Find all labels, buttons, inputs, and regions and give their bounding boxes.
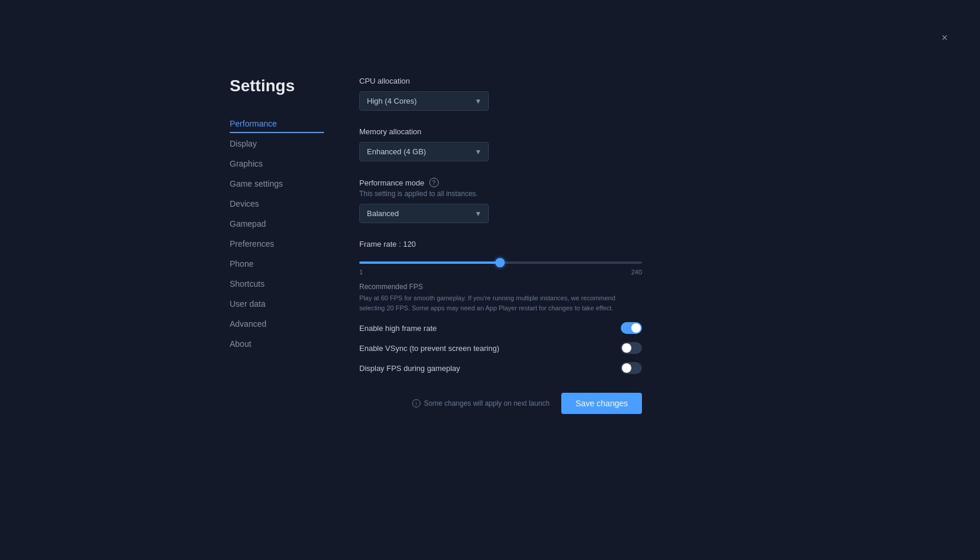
sidebar-item-devices[interactable]: Devices <box>230 194 324 213</box>
recommended-fps-desc: Play at 60 FPS for smooth gameplay. If y… <box>359 293 642 313</box>
frame-rate-label: Frame rate : 120 <box>359 240 642 248</box>
high-frame-rate-toggle[interactable] <box>621 322 642 334</box>
sidebar-item-preferences[interactable]: Preferences <box>230 234 324 253</box>
fps-display-toggle-knob <box>622 363 631 373</box>
performance-mode-select[interactable]: Power Saving Balanced High Performance <box>359 204 489 223</box>
sidebar-item-performance[interactable]: Performance <box>230 114 324 133</box>
vsync-row: Enable VSync (to prevent screen tearing) <box>359 342 642 354</box>
memory-allocation-select-wrapper: Low (1 GB) Medium (2 GB) Enhanced (4 GB)… <box>359 142 489 161</box>
sidebar-item-shortcuts[interactable]: Shortcuts <box>230 274 324 293</box>
vsync-label: Enable VSync (to prevent screen tearing) <box>359 344 499 353</box>
footer-notice-text: Some changes will apply on next launch <box>424 399 549 407</box>
performance-mode-help-icon[interactable]: ? <box>429 178 439 187</box>
sidebar-item-advanced[interactable]: Advanced <box>230 314 324 333</box>
high-frame-rate-row: Enable high frame rate <box>359 322 642 334</box>
frame-rate-section: Frame rate : 120 1 240 Recommended FPS P… <box>359 240 642 374</box>
fps-display-label: Display FPS during gameplay <box>359 364 460 373</box>
slider-range: 1 240 <box>359 269 642 276</box>
frame-rate-slider[interactable] <box>359 261 642 264</box>
memory-allocation-label: Memory allocation <box>359 127 642 136</box>
high-frame-rate-label: Enable high frame rate <box>359 324 437 333</box>
sidebar-item-game-settings[interactable]: Game settings <box>230 174 324 193</box>
performance-mode-subtitle: This setting is applied to all instances… <box>359 190 642 198</box>
main-content: CPU allocation Low (1 Core) Medium (2 Co… <box>359 77 642 414</box>
performance-mode-label-row: Performance mode ? <box>359 178 642 187</box>
cpu-allocation-select-wrapper: Low (1 Core) Medium (2 Cores) High (4 Co… <box>359 91 489 111</box>
vsync-toggle-knob <box>622 343 631 353</box>
settings-container: Settings Performance Display Graphics Ga… <box>230 77 642 414</box>
cpu-allocation-section: CPU allocation Low (1 Core) Medium (2 Co… <box>359 77 642 111</box>
close-button[interactable]: × <box>938 31 952 45</box>
slider-min: 1 <box>359 269 363 276</box>
sidebar-item-user-data[interactable]: User data <box>230 294 324 313</box>
footer: i Some changes will apply on next launch… <box>359 393 642 414</box>
recommended-fps-title: Recommended FPS <box>359 283 642 291</box>
cpu-allocation-select[interactable]: Low (1 Core) Medium (2 Cores) High (4 Co… <box>359 91 489 111</box>
recommended-fps: Recommended FPS Play at 60 FPS for smoot… <box>359 283 642 313</box>
fps-display-toggle[interactable] <box>621 362 642 374</box>
footer-info-icon: i <box>412 399 421 407</box>
settings-panel: Settings Performance Display Graphics Ga… <box>230 77 324 414</box>
high-frame-rate-toggle-knob <box>631 323 641 333</box>
footer-notice: i Some changes will apply on next launch <box>412 399 549 407</box>
performance-mode-section: Performance mode ? This setting is appli… <box>359 178 642 223</box>
sidebar-item-phone[interactable]: Phone <box>230 254 324 273</box>
page-title: Settings <box>230 77 324 95</box>
fps-display-row: Display FPS during gameplay <box>359 362 642 374</box>
memory-allocation-section: Memory allocation Low (1 GB) Medium (2 G… <box>359 127 642 161</box>
performance-mode-label-text: Performance mode <box>359 178 425 187</box>
sidebar-item-about[interactable]: About <box>230 334 324 353</box>
save-changes-button[interactable]: Save changes <box>561 393 642 414</box>
frame-rate-slider-container <box>359 256 642 266</box>
sidebar-item-graphics[interactable]: Graphics <box>230 154 324 173</box>
performance-mode-select-wrapper: Power Saving Balanced High Performance ▼ <box>359 204 489 223</box>
vsync-toggle[interactable] <box>621 342 642 354</box>
sidebar: Performance Display Graphics Game settin… <box>230 114 324 353</box>
memory-allocation-select[interactable]: Low (1 GB) Medium (2 GB) Enhanced (4 GB)… <box>359 142 489 161</box>
slider-max: 240 <box>631 269 642 276</box>
sidebar-item-gamepad[interactable]: Gamepad <box>230 214 324 233</box>
cpu-allocation-label: CPU allocation <box>359 77 642 85</box>
sidebar-item-display[interactable]: Display <box>230 134 324 153</box>
